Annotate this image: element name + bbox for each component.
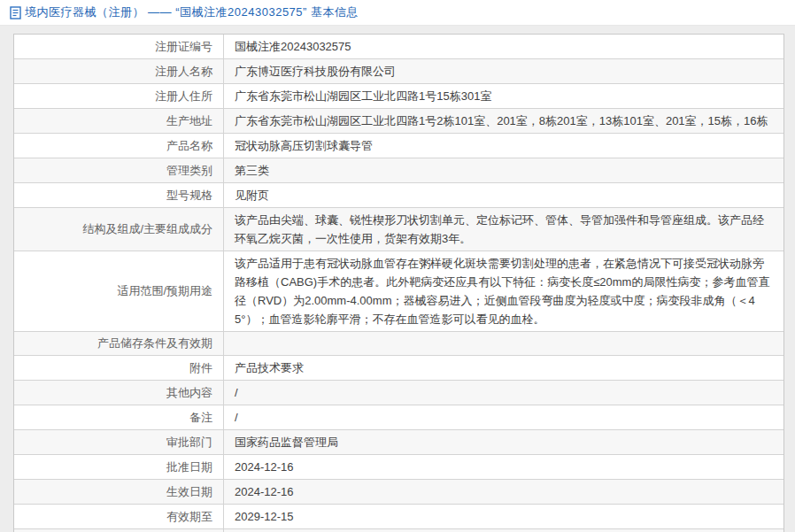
row-value: 该产品由尖端、球囊、锐性楔形刀状切割单元、定位标记环、管体、导管加强件和导管座组…: [235, 211, 771, 248]
row-value-cell: 冠状动脉高压切割球囊导管: [224, 134, 783, 158]
table-row: 有效期至 2029-12-15: [14, 505, 783, 529]
row-label: 结构及组成/主要组成成分: [82, 220, 212, 238]
row-label: 生效日期: [166, 483, 212, 501]
page-title: 境内医疗器械（注册） —— “国械注准20243032575” 基本信息: [25, 4, 359, 20]
row-label-cell: 其他内容: [14, 381, 224, 405]
row-value-cell: 广东省东莞市松山湖园区工业北四路1号15栋301室: [224, 84, 783, 108]
row-value-cell: 2029-12-15: [224, 505, 783, 528]
row-value-cell: /: [224, 381, 783, 405]
row-value-cell: 该产品由尖端、球囊、锐性楔形刀状切割单元、定位标记环、管体、导管加强件和导管座组…: [224, 208, 783, 251]
table-row: 注册人名称 广东博迈医疗科技股份有限公司: [14, 59, 783, 84]
document-icon: [10, 6, 21, 19]
row-value: 国家药品监督管理局: [235, 433, 338, 451]
row-value-cell: 该产品适用于患有冠状动脉血管存在粥样硬化斑块需要切割处理的患者，在紧急情况下可接…: [224, 251, 783, 331]
row-value-cell: 产品技术要求: [224, 356, 783, 380]
row-label: 适用范围/预期用途: [117, 282, 212, 300]
table-row: 附件 产品技术要求: [14, 356, 783, 381]
row-label: 产品名称: [166, 137, 212, 155]
row-value-cell: 第三类: [224, 158, 783, 182]
row-label: 注册证编号: [155, 38, 212, 56]
row-label-cell: 审批部门: [14, 430, 224, 454]
row-value: 第三类: [235, 161, 269, 180]
table-row: 生产地址 广东省东莞市松山湖园区工业北四路1号2栋101室、201室，8栋201…: [14, 109, 783, 134]
table-row: 产品储存条件及有效期: [14, 332, 783, 356]
row-value-cell: [224, 332, 783, 355]
table-row: 结构及组成/主要组成成分 该产品由尖端、球囊、锐性楔形刀状切割单元、定位标记环、…: [14, 208, 783, 251]
table-row: 批准日期 2024-12-16: [14, 455, 783, 480]
row-label: 管理类别: [166, 162, 212, 180]
row-value: /: [235, 383, 238, 402]
table-row: 型号规格 见附页: [14, 183, 783, 208]
row-value-cell: 广东省东莞市松山湖园区工业北四路1号2栋101室、201室，8栋201室，13栋…: [224, 109, 783, 133]
row-label: 生产地址: [166, 112, 212, 130]
table-row: 审批部门 国家药品监督管理局: [14, 430, 783, 455]
row-label-cell: 有效期至: [14, 505, 224, 528]
row-label: 备注: [189, 409, 212, 427]
row-value: 产品技术要求: [235, 359, 304, 377]
title-bar: 境内医疗器械（注册） —— “国械注准20243032575” 基本信息: [0, 0, 795, 26]
table-row: 注册证编号 国械注准20243032575: [14, 35, 783, 59]
row-label-cell: 适用范围/预期用途: [14, 251, 224, 331]
row-value-cell: /: [224, 405, 783, 429]
row-label-cell: 管理类别: [14, 158, 224, 182]
row-label-cell: 产品名称: [14, 134, 224, 158]
table-row: 产品名称 冠状动脉高压切割球囊导管: [14, 134, 783, 158]
row-value: 见附页: [235, 186, 269, 204]
row-label-cell: 注册证编号: [14, 35, 224, 58]
row-label-cell: 备注: [14, 405, 224, 429]
row-label-cell: 型号规格: [14, 183, 224, 207]
row-value-cell: 见附页: [224, 183, 783, 207]
row-value-cell: 国家药品监督管理局: [224, 430, 783, 454]
row-value-cell: 国械注准20243032575: [224, 35, 783, 58]
row-label-cell: 附件: [14, 356, 224, 380]
row-label: 产品储存条件及有效期: [97, 335, 212, 352]
table-row: 注册人住所 广东省东莞市松山湖园区工业北四路1号15栋301室: [14, 84, 783, 109]
row-label-cell: 批准日期: [14, 455, 224, 479]
row-value: 2024-12-16: [235, 458, 294, 476]
row-value: /: [235, 408, 238, 427]
table-row: 其他内容 /: [14, 381, 783, 405]
row-value: 国械注准20243032575: [235, 37, 351, 56]
row-label: 其他内容: [166, 384, 212, 402]
row-label: 附件: [189, 359, 212, 377]
row-value: 广东省东莞市松山湖园区工业北四路1号2栋101室、201室，8栋201室，13栋…: [235, 112, 768, 130]
row-label-cell: 产品储存条件及有效期: [14, 332, 224, 355]
row-label: 批准日期: [166, 459, 212, 476]
row-label-cell: 注册人名称: [14, 59, 224, 83]
row-value: 2024-12-16: [235, 482, 294, 501]
table-row: 适用范围/预期用途 该产品适用于患有冠状动脉血管存在粥样硬化斑块需要切割处理的患…: [14, 251, 783, 332]
table-row: 管理类别 第三类: [14, 158, 783, 183]
row-label-cell: 注册人住所: [14, 84, 224, 108]
table-row: 备注 /: [14, 405, 783, 430]
row-value: 该产品适用于患有冠状动脉血管存在粥样硬化斑块需要切割处理的患者，在紧急情况下可接…: [235, 254, 771, 328]
row-label: 有效期至: [166, 508, 212, 526]
table-row: 生效日期 2024-12-16: [14, 480, 783, 505]
row-value: 冠状动脉高压切割球囊导管: [235, 136, 373, 155]
row-value: 2029-12-15: [235, 507, 294, 526]
row-label: 型号规格: [166, 187, 212, 204]
row-label-cell: 生效日期: [14, 480, 224, 504]
row-label: 审批部门: [166, 434, 212, 451]
row-value: 广东省东莞市松山湖园区工业北四路1号15栋301室: [235, 87, 491, 105]
row-label-cell: 结构及组成/主要组成成分: [14, 208, 224, 251]
row-value-cell: 2024-12-16: [224, 455, 783, 479]
info-table: 注册证编号 国械注准20243032575 注册人名称 广东博迈医疗科技股份有限…: [13, 34, 784, 532]
row-value-cell: 广东博迈医疗科技股份有限公司: [224, 59, 783, 83]
row-value: 广东博迈医疗科技股份有限公司: [235, 62, 396, 81]
row-value-cell: 2024-12-16: [224, 480, 783, 504]
row-label: 注册人住所: [155, 88, 212, 105]
row-label-cell: 生产地址: [14, 109, 224, 133]
row-label: 注册人名称: [155, 63, 212, 81]
